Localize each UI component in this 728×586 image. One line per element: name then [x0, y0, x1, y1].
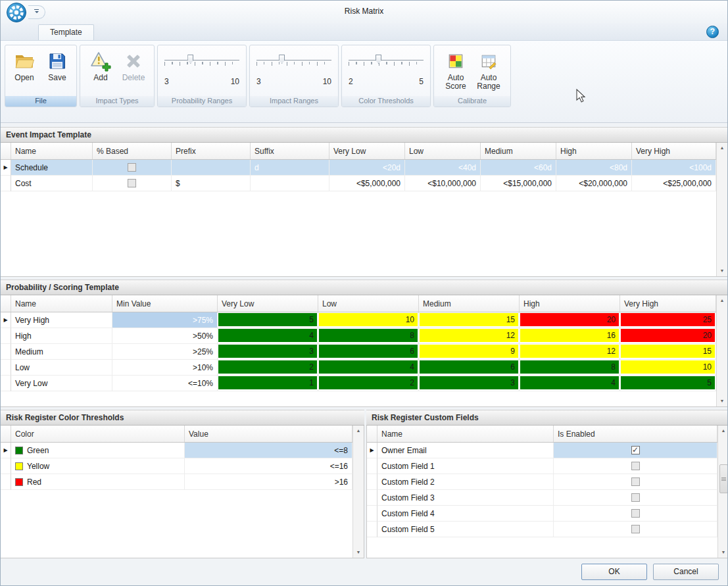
cell-name[interactable]: Custom Field 5 [377, 522, 554, 537]
probability-row-high[interactable]: High >50% 4 8 12 16 20 [1, 328, 716, 344]
cell-very-low[interactable]: <$5,000,000 [329, 176, 405, 191]
column-header-prefix[interactable]: Prefix [172, 143, 251, 159]
column-header-very-low[interactable]: Very Low [218, 295, 318, 312]
column-header-medium[interactable]: Medium [481, 143, 556, 159]
probability-row-very-high[interactable]: ▶ Very High >75% 5 10 15 20 25 [1, 312, 716, 328]
cell-score-low[interactable]: 6 [318, 344, 419, 360]
cell-pct-based[interactable]: ✓ [93, 160, 172, 176]
cell-name[interactable]: High [11, 328, 112, 344]
custom-field-row-owner-email[interactable]: ▶ Owner Email ✓ [367, 443, 717, 458]
column-header-value[interactable]: Value [185, 426, 352, 442]
cell-is-enabled[interactable]: ✓ [554, 522, 717, 537]
thresholds-scrollbar[interactable]: ▲ ▼ [352, 426, 364, 558]
column-header-very-high[interactable]: Very High [620, 295, 716, 312]
cell-color[interactable]: Yellow [11, 458, 185, 474]
cell-score-low[interactable]: 8 [318, 328, 419, 344]
cell-score-medium[interactable]: 15 [419, 312, 520, 328]
cell-score-medium[interactable]: 9 [419, 344, 520, 360]
color-thresholds-slider[interactable] [349, 52, 424, 72]
auto-range-button[interactable]: Auto Range [473, 47, 504, 96]
threshold-row-yellow[interactable]: Yellow <=16 [1, 458, 352, 474]
open-button[interactable]: Open [9, 47, 40, 96]
cell-pct-based[interactable]: ✓ [93, 176, 172, 191]
scroll-down-icon[interactable]: ▼ [356, 549, 361, 556]
cell-name[interactable]: Owner Email [377, 443, 554, 458]
cell-name[interactable]: Custom Field 1 [377, 458, 554, 474]
scroll-up-icon[interactable]: ▲ [720, 297, 725, 304]
cell-score-high[interactable]: 4 [520, 376, 620, 391]
cell-very-low[interactable]: <20d [329, 160, 405, 176]
cell-min-value[interactable]: >50% [112, 328, 218, 344]
cell-score-high[interactable]: 16 [520, 328, 620, 344]
probability-row-low[interactable]: Low >10% 2 4 6 8 10 [1, 360, 716, 376]
tab-template[interactable]: Template [38, 24, 94, 40]
column-header-name[interactable]: Name [11, 143, 93, 159]
column-header-very-high[interactable]: Very High [632, 143, 716, 159]
cell-is-enabled[interactable]: ✓ [554, 443, 717, 458]
ok-button[interactable]: OK [581, 564, 647, 580]
column-header-min-value[interactable]: Min Value [112, 295, 218, 312]
cell-suffix[interactable] [251, 176, 329, 191]
cell-value[interactable]: <=8 [185, 443, 352, 458]
slider-track[interactable] [256, 60, 331, 61]
cell-suffix[interactable]: d [251, 160, 329, 176]
cell-score-high[interactable]: 8 [520, 360, 620, 376]
add-impact-type-button[interactable]: Add [85, 47, 116, 96]
probability-ranges-slider[interactable] [164, 52, 239, 72]
scroll-up-icon[interactable]: ▲ [356, 427, 361, 434]
column-header-low[interactable]: Low [318, 295, 419, 312]
scroll-down-icon[interactable]: ▼ [721, 549, 726, 556]
cell-name[interactable]: Medium [11, 344, 112, 360]
quick-access-toolbar-dropdown[interactable] [28, 5, 45, 19]
threshold-row-red[interactable]: Red >16 [1, 474, 352, 490]
is-enabled-checkbox[interactable]: ✓ [631, 462, 640, 470]
cell-prefix[interactable] [172, 160, 251, 176]
cell-low[interactable]: <$10,000,000 [405, 176, 481, 191]
impact-ranges-slider[interactable] [256, 52, 331, 72]
probability-row-very-low[interactable]: Very Low <=10% 1 2 3 4 5 [1, 376, 716, 391]
is-enabled-checkbox[interactable]: ✓ [631, 493, 640, 502]
cell-score-low[interactable]: 10 [318, 312, 419, 328]
column-header-low[interactable]: Low [405, 143, 481, 159]
cell-name[interactable]: Custom Field 2 [377, 474, 554, 490]
scroll-down-icon[interactable]: ▼ [720, 268, 725, 274]
cell-is-enabled[interactable]: ✓ [554, 458, 717, 474]
probability-row-medium[interactable]: Medium >25% 3 6 9 12 15 [1, 344, 716, 360]
cell-color[interactable]: Red [11, 474, 185, 490]
cancel-button[interactable]: Cancel [653, 564, 719, 580]
cell-score-very-high[interactable]: 5 [620, 376, 716, 391]
is-enabled-checkbox[interactable]: ✓ [631, 525, 640, 533]
cell-very-high[interactable]: <100d [632, 160, 716, 176]
column-header-pct-based[interactable]: % Based [93, 143, 172, 159]
help-button[interactable]: ? [706, 26, 719, 38]
column-header-high[interactable]: High [556, 143, 632, 159]
pct-based-checkbox[interactable]: ✓ [128, 179, 136, 187]
is-enabled-checkbox[interactable]: ✓ [631, 477, 640, 486]
scroll-down-icon[interactable]: ▼ [720, 398, 725, 404]
cell-score-low[interactable]: 2 [318, 376, 419, 391]
cell-score-medium[interactable]: 6 [419, 360, 520, 376]
cell-score-medium[interactable]: 12 [419, 328, 520, 344]
cell-score-low[interactable]: 4 [318, 360, 419, 376]
custom-field-row-2[interactable]: Custom Field 2 ✓ [367, 474, 717, 490]
cell-score-medium[interactable]: 3 [419, 376, 520, 391]
cell-medium[interactable]: <$15,000,000 [481, 176, 556, 191]
scroll-up-icon[interactable]: ▲ [720, 145, 725, 151]
cell-min-value[interactable]: >25% [112, 344, 218, 360]
event-impact-scrollbar[interactable]: ▲ ▼ [716, 143, 727, 276]
cell-high[interactable]: <$20,000,000 [556, 176, 632, 191]
column-header-very-low[interactable]: Very Low [329, 143, 405, 159]
cell-high[interactable]: <80d [556, 160, 632, 176]
cell-is-enabled[interactable]: ✓ [554, 474, 717, 490]
cell-very-high[interactable]: <$25,000,000 [632, 176, 716, 191]
cell-score-very-high[interactable]: 15 [620, 344, 716, 360]
custom-field-row-1[interactable]: Custom Field 1 ✓ [367, 458, 717, 474]
cell-is-enabled[interactable]: ✓ [554, 506, 717, 522]
scroll-up-icon[interactable]: ▲ [721, 427, 726, 434]
cell-low[interactable]: <40d [405, 160, 481, 176]
event-impact-row-schedule[interactable]: ▶ Schedule ✓ d <20d <40d <60d <80d <100d [1, 160, 716, 176]
is-enabled-checkbox[interactable]: ✓ [631, 446, 640, 454]
cell-name[interactable]: Very High [11, 312, 112, 328]
cell-score-very-high[interactable]: 10 [620, 360, 716, 376]
column-header-high[interactable]: High [520, 295, 620, 312]
